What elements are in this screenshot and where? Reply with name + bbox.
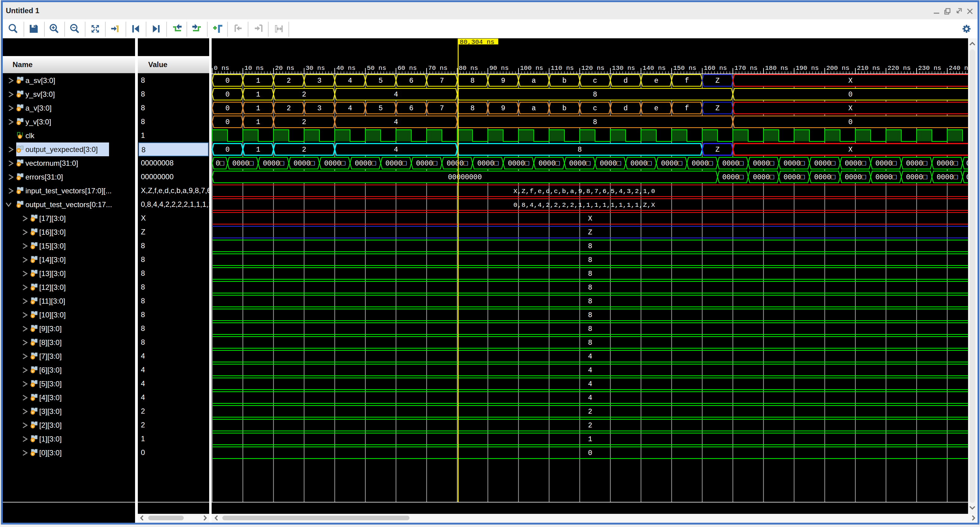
svg-text:v: v (18, 80, 20, 84)
svg-text:20 ns: 20 ns (275, 65, 294, 72)
svg-text:v: v (32, 287, 34, 290)
svg-text:v: v (18, 108, 20, 111)
svg-text:v: v (32, 342, 34, 345)
svg-text:4: 4 (394, 146, 398, 154)
svg-text:v: v (18, 94, 20, 97)
svg-text:v: v (32, 315, 34, 318)
svg-text:210 ns: 210 ns (857, 65, 880, 72)
svg-text:0000□: 0000□ (385, 160, 406, 167)
svg-text:0: 0 (848, 91, 853, 99)
svg-text:180 ns: 180 ns (765, 65, 788, 72)
svg-text:8: 8 (588, 339, 592, 347)
svg-text:0000□: 0000□ (477, 160, 498, 167)
svg-text:6: 6 (409, 105, 414, 113)
svg-text:4: 4 (394, 91, 398, 99)
svg-text:8: 8 (588, 270, 592, 278)
svg-text:1: 1 (256, 146, 260, 154)
svg-text:0000□: 0000□ (722, 174, 743, 182)
svg-text:0000□: 0000□ (814, 174, 835, 182)
svg-text:0: 0 (225, 105, 230, 113)
svg-text:90 ns: 90 ns (489, 65, 509, 72)
svg-text:2: 2 (302, 118, 306, 126)
svg-text:v: v (18, 163, 20, 166)
svg-text:2: 2 (286, 105, 291, 113)
svg-text:X: X (848, 77, 853, 85)
svg-text:0000□: 0000□ (814, 160, 835, 167)
svg-text:c: c (593, 105, 597, 113)
svg-text:4: 4 (588, 353, 592, 361)
svg-text:4: 4 (348, 105, 352, 113)
svg-text:60 ns: 60 ns (398, 65, 417, 72)
svg-text:v: v (32, 328, 34, 332)
svg-text:4: 4 (588, 394, 592, 402)
svg-text:v: v (32, 439, 34, 442)
svg-text:Z: Z (715, 105, 720, 113)
svg-text:7: 7 (440, 105, 444, 113)
svg-text:3: 3 (317, 105, 321, 113)
svg-text:0000□: 0000□ (875, 174, 896, 182)
svg-text:0: 0 (225, 146, 230, 154)
svg-text:0000□: 0000□ (447, 160, 468, 167)
svg-text:5: 5 (379, 77, 383, 85)
svg-text:8: 8 (588, 256, 592, 264)
svg-text:8: 8 (593, 118, 597, 126)
svg-text:0000□: 0000□ (845, 160, 866, 167)
svg-text:0: 0 (588, 449, 592, 457)
svg-text:8: 8 (470, 105, 475, 113)
svg-text:00000000: 00000000 (448, 174, 482, 182)
svg-text:8: 8 (588, 311, 592, 319)
svg-text:4: 4 (588, 380, 592, 388)
svg-text:8: 8 (588, 242, 592, 250)
svg-text:8: 8 (593, 91, 597, 99)
svg-text:0000□: 0000□ (569, 160, 590, 167)
svg-text:0000□: 0000□ (753, 160, 774, 167)
svg-text:0000□: 0000□ (906, 174, 927, 182)
svg-text:v: v (32, 384, 34, 387)
svg-text:6: 6 (409, 77, 414, 85)
svg-text:X,Z,f,e,d,c,b,a,9,8,7,6,5,4,3,: X,Z,f,e,d,c,b,a,9,8,7,6,5,4,3,2,1,0 (514, 188, 655, 195)
svg-text:150 ns: 150 ns (673, 65, 697, 72)
svg-text:0000□: 0000□ (355, 160, 376, 167)
svg-text:v: v (19, 136, 21, 139)
svg-text:e: e (654, 77, 659, 85)
svg-text:170 ns: 170 ns (734, 65, 758, 72)
svg-text:v: v (32, 356, 34, 360)
svg-text:0000□: 0000□ (937, 160, 958, 167)
svg-text:50 ns: 50 ns (367, 65, 386, 72)
svg-text:40 ns: 40 ns (336, 65, 356, 72)
svg-text:0: 0 (225, 118, 230, 126)
svg-text:0000□: 0000□ (416, 160, 437, 167)
svg-text:0000□: 0000□ (875, 160, 896, 167)
svg-text:240 ns: 240 ns (949, 65, 968, 72)
svg-text:2: 2 (286, 77, 291, 85)
svg-text:9: 9 (501, 105, 505, 113)
svg-text:130 ns: 130 ns (612, 65, 635, 72)
svg-text:d: d (624, 77, 628, 85)
svg-text:30 ns: 30 ns (305, 65, 325, 72)
svg-text:a: a (531, 77, 536, 85)
svg-text:0,8,4,4,2,2,2,2,1,1,1,1,1,1,1,: 0,8,4,4,2,2,2,2,1,1,1,1,1,1,1,1,Z,X (514, 202, 655, 209)
svg-text:v: v (32, 411, 34, 414)
svg-text:X: X (848, 146, 853, 154)
svg-text:0000□: 0000□ (600, 160, 621, 167)
svg-text:v: v (32, 260, 34, 263)
svg-text:v: v (32, 246, 34, 249)
svg-text:b: b (562, 105, 566, 113)
svg-text:230 ns: 230 ns (918, 65, 942, 72)
svg-text:200 ns: 200 ns (826, 65, 850, 72)
svg-text:Z: Z (715, 146, 720, 154)
svg-text:X: X (848, 105, 853, 113)
svg-text:2: 2 (302, 91, 306, 99)
svg-text:70 ns: 70 ns (428, 65, 447, 72)
svg-text:a: a (531, 105, 536, 113)
svg-text:v: v (32, 232, 34, 235)
svg-text:d: d (624, 105, 628, 113)
svg-text:0000□: 0000□ (906, 160, 927, 167)
svg-text:4: 4 (588, 366, 592, 374)
svg-text:110 ns: 110 ns (550, 65, 574, 72)
svg-text:8: 8 (588, 284, 592, 292)
svg-text:3: 3 (317, 77, 321, 85)
svg-text:v: v (18, 149, 20, 153)
svg-text:9: 9 (501, 77, 505, 85)
svg-text:v: v (18, 204, 20, 208)
